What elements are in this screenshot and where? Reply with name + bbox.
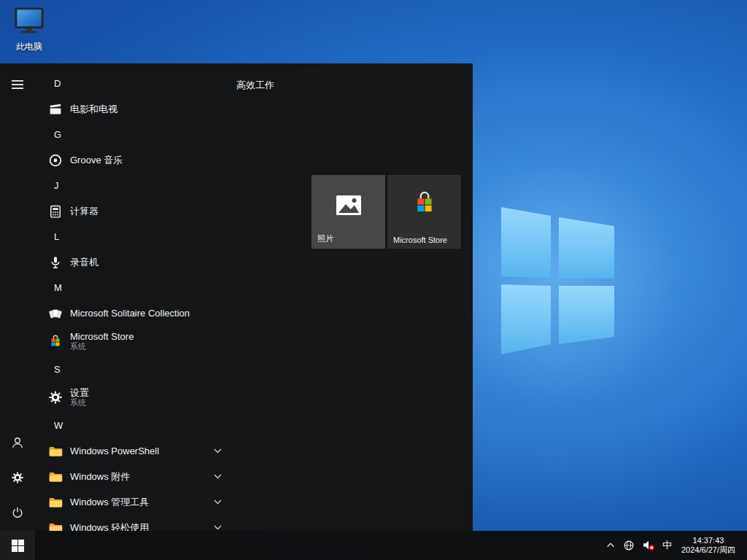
screen: 此电脑 <box>0 0 747 560</box>
store-icon <box>387 188 461 222</box>
taskbar-clock[interactable]: 14:37:43 2024/6/27/周四 <box>676 536 741 555</box>
app-name: Windows 附件 <box>70 471 130 482</box>
system-tray: 中 14:37:43 2024/6/27/周四 <box>602 531 747 560</box>
app-name: Windows 轻松使用 <box>70 522 149 531</box>
app-row-groove-music[interactable]: Groove 音乐 <box>35 147 229 173</box>
app-row-settings[interactable]: 设置 系统 <box>35 382 229 413</box>
tile-group-title[interactable]: 高效工作 <box>236 79 274 92</box>
chevron-up-icon <box>605 540 616 551</box>
desktop-icon-label: 此电脑 <box>9 41 50 53</box>
app-row-voice-recorder[interactable]: 录音机 <box>35 249 229 275</box>
section-letter-g[interactable]: G <box>35 122 229 147</box>
voice-recorder-icon <box>47 254 64 271</box>
app-row-movies-tv[interactable]: 电影和电视 <box>35 96 229 122</box>
chevron-down-icon[interactable] <box>214 499 222 505</box>
hamburger-menu-button[interactable] <box>0 69 35 101</box>
menu-hamburger-icon <box>11 78 24 91</box>
folder-icon <box>47 443 64 460</box>
section-letter-w[interactable]: W <box>35 413 229 438</box>
groove-music-icon <box>47 152 64 169</box>
user-account-icon <box>10 435 25 450</box>
this-pc-icon <box>12 6 46 36</box>
start-menu-app-list: D 电影和电视 G Groove 音乐 <box>35 63 229 531</box>
app-subtitle: 系统 <box>70 342 133 351</box>
chevron-down-icon[interactable] <box>214 525 222 530</box>
start-menu: D 电影和电视 G Groove 音乐 <box>0 63 473 531</box>
settings-button[interactable] <box>0 462 35 494</box>
app-name: 设置 <box>70 387 89 398</box>
windows-flag-icon <box>12 540 24 552</box>
settings-gear-icon <box>10 470 25 485</box>
section-letter-d[interactable]: D <box>35 71 229 96</box>
app-name: Groove 音乐 <box>70 155 123 166</box>
power-icon <box>10 505 25 520</box>
volume-muted-icon <box>642 540 655 551</box>
section-letter-l[interactable]: L <box>35 224 229 249</box>
settings-gear-icon <box>47 389 64 406</box>
section-letter-s[interactable]: S <box>35 357 229 382</box>
tile-label: 照片 <box>317 233 333 244</box>
app-name: 电影和电视 <box>70 104 117 114</box>
start-button[interactable] <box>0 531 35 560</box>
section-letter-j[interactable]: J <box>35 173 229 198</box>
tile-label: Microsoft Store <box>393 236 447 244</box>
tile-photos[interactable]: 照片 <box>311 175 385 249</box>
calculator-icon <box>47 203 64 220</box>
photos-icon <box>311 188 385 223</box>
user-account-button[interactable] <box>0 427 35 459</box>
tile-microsoft-store[interactable]: Microsoft Store <box>387 175 461 249</box>
tray-expand-button[interactable] <box>602 531 619 560</box>
app-subtitle: 系统 <box>70 398 89 408</box>
solitaire-icon <box>47 305 64 322</box>
taskbar: 中 14:37:43 2024/6/27/周四 <box>0 531 747 560</box>
power-button[interactable] <box>0 497 35 529</box>
app-row-windows-powershell[interactable]: Windows PowerShell <box>35 438 229 464</box>
clock-date: 2024/6/27/周四 <box>681 545 735 555</box>
ime-indicator[interactable]: 中 <box>659 531 676 560</box>
app-name: 计算器 <box>70 206 98 217</box>
network-globe-icon <box>623 540 635 551</box>
app-name: 录音机 <box>70 257 98 268</box>
desktop-icon-this-pc[interactable]: 此电脑 <box>9 6 50 53</box>
app-name: Windows PowerShell <box>70 446 159 456</box>
app-row-solitaire[interactable]: Microsoft Solitaire Collection <box>35 300 229 326</box>
app-name-block: Microsoft Store 系统 <box>70 331 133 351</box>
app-name: Microsoft Solitaire Collection <box>70 308 190 319</box>
app-row-calculator[interactable]: 计算器 <box>35 198 229 224</box>
folder-icon <box>47 494 64 511</box>
app-row-windows-ease-of-access[interactable]: Windows 轻松使用 <box>35 515 229 531</box>
folder-icon <box>47 468 64 486</box>
movies-tv-icon <box>47 101 64 118</box>
app-name-block: 设置 系统 <box>70 387 89 408</box>
section-letter-m[interactable]: M <box>35 275 229 300</box>
folder-icon <box>47 519 64 532</box>
clock-time: 14:37:43 <box>681 536 735 545</box>
app-name: Microsoft Store <box>70 331 133 342</box>
app-row-windows-accessories[interactable]: Windows 附件 <box>35 464 229 489</box>
store-icon <box>47 332 64 350</box>
app-name: Windows 管理工具 <box>70 497 149 508</box>
network-status-button[interactable] <box>619 531 638 560</box>
tile-grid: 照片 Microsoft Store <box>311 175 461 249</box>
app-row-windows-admin-tools[interactable]: Windows 管理工具 <box>35 489 229 515</box>
chevron-down-icon[interactable] <box>214 448 222 454</box>
volume-button[interactable] <box>638 531 659 560</box>
app-row-microsoft-store[interactable]: Microsoft Store 系统 <box>35 326 229 357</box>
start-menu-rail <box>0 63 35 531</box>
chevron-down-icon[interactable] <box>214 474 222 479</box>
